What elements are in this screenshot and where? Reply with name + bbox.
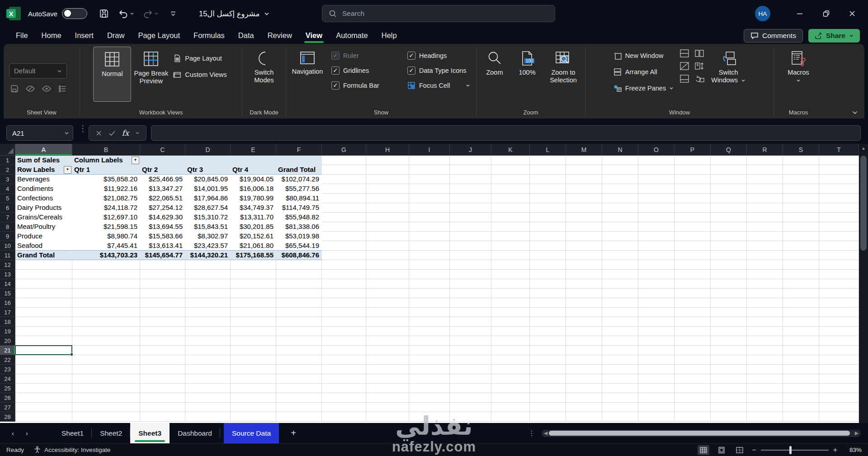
cell-R27[interactable]: [747, 403, 783, 412]
cell-H10[interactable]: [366, 241, 409, 251]
cell-O8[interactable]: [638, 222, 675, 232]
cell-T6[interactable]: [819, 203, 859, 213]
cell-B5[interactable]: $21,082.75: [72, 194, 140, 203]
cell-F12[interactable]: [276, 260, 322, 270]
cell-F25[interactable]: [276, 384, 322, 393]
row-header-18[interactable]: 18: [0, 317, 15, 327]
cell-D14[interactable]: [185, 279, 231, 289]
cell-F23[interactable]: [276, 365, 322, 374]
cell-Q4[interactable]: [711, 184, 747, 194]
cell-P7[interactable]: [675, 213, 711, 222]
row-header-1[interactable]: 1: [0, 156, 15, 165]
cell-L16[interactable]: [530, 298, 566, 308]
cell-H12[interactable]: [366, 260, 409, 270]
cell-P21[interactable]: [675, 346, 711, 355]
column-header-Q[interactable]: Q: [711, 144, 747, 156]
cell-P22[interactable]: [675, 355, 711, 365]
cell-K2[interactable]: [491, 165, 530, 175]
cell-D28[interactable]: [185, 412, 231, 422]
cell-D4[interactable]: $14,001.95: [185, 184, 231, 194]
cell-I9[interactable]: [409, 232, 450, 241]
synchronous-scrolling-icon[interactable]: [693, 61, 705, 71]
cell-H13[interactable]: [366, 270, 409, 279]
cell-Q14[interactable]: [711, 279, 747, 289]
cell-D12[interactable]: [185, 260, 231, 270]
scroll-up-arrow[interactable]: ▲: [859, 144, 868, 151]
cell-D7[interactable]: $15,310.72: [185, 213, 231, 222]
vertical-scrollbar[interactable]: ▲: [859, 144, 868, 423]
cell-C10[interactable]: $13,613.41: [140, 241, 185, 251]
row-header-11[interactable]: 11: [0, 251, 15, 260]
cell-F7[interactable]: $55,948.82: [276, 213, 322, 222]
cell-B2[interactable]: Qtr 1: [72, 165, 140, 175]
row-header-27[interactable]: 27: [0, 403, 15, 412]
cell-Q9[interactable]: [711, 232, 747, 241]
chevron-down-icon[interactable]: [135, 131, 140, 135]
cell-C20[interactable]: [140, 336, 185, 346]
cell-D25[interactable]: [185, 384, 231, 393]
cell-T28[interactable]: [819, 412, 859, 422]
cell-T20[interactable]: [819, 336, 859, 346]
row-header-13[interactable]: 13: [0, 270, 15, 279]
cell-E20[interactable]: [231, 336, 276, 346]
cell-L27[interactable]: [530, 403, 566, 412]
cell-L9[interactable]: [530, 232, 566, 241]
share-button[interactable]: Share: [808, 29, 860, 43]
cell-M11[interactable]: [566, 251, 602, 260]
cell-E15[interactable]: [231, 289, 276, 298]
cell-E2[interactable]: Qtr 4: [231, 165, 276, 175]
cell-P3[interactable]: [675, 175, 711, 184]
cell-I17[interactable]: [409, 308, 450, 317]
cell-K4[interactable]: [491, 184, 530, 194]
cell-A15[interactable]: [15, 289, 72, 298]
cell-R20[interactable]: [747, 336, 783, 346]
cell-E1[interactable]: [231, 156, 276, 165]
cell-M28[interactable]: [566, 412, 602, 422]
cell-L13[interactable]: [530, 270, 566, 279]
cell-Q19[interactable]: [711, 327, 747, 336]
cell-A24[interactable]: [15, 374, 72, 384]
cell-S5[interactable]: [783, 194, 819, 203]
zoom-percentage[interactable]: 83%: [844, 446, 862, 453]
cell-G5[interactable]: [322, 194, 366, 203]
cell-R25[interactable]: [747, 384, 783, 393]
restore-button[interactable]: [816, 0, 836, 27]
cell-J5[interactable]: [450, 194, 491, 203]
autosave-toggle[interactable]: [62, 8, 87, 19]
row-header-20[interactable]: 20: [0, 336, 15, 346]
cell-I18[interactable]: [409, 317, 450, 327]
cell-B14[interactable]: [72, 279, 140, 289]
cell-A23[interactable]: [15, 365, 72, 374]
cell-I3[interactable]: [409, 175, 450, 184]
cell-N26[interactable]: [602, 393, 638, 403]
cell-A16[interactable]: [15, 298, 72, 308]
cell-A14[interactable]: [15, 279, 72, 289]
cell-T7[interactable]: [819, 213, 859, 222]
cell-S25[interactable]: [783, 384, 819, 393]
filter-dropdown-icon[interactable]: ▼: [64, 166, 71, 174]
cell-G6[interactable]: [322, 203, 366, 213]
zoom-button[interactable]: Zoom: [479, 47, 510, 102]
tab-view[interactable]: View: [299, 27, 329, 44]
cell-K28[interactable]: [491, 412, 530, 422]
cell-R13[interactable]: [747, 270, 783, 279]
cell-Q28[interactable]: [711, 412, 747, 422]
cell-O25[interactable]: [638, 384, 675, 393]
cell-H28[interactable]: [366, 412, 409, 422]
cell-O4[interactable]: [638, 184, 675, 194]
row-header-4[interactable]: 4: [0, 184, 15, 194]
focus-cell-button[interactable]: Focus Cell: [407, 78, 474, 93]
cell-O21[interactable]: [638, 346, 675, 355]
cell-L14[interactable]: [530, 279, 566, 289]
cell-Q11[interactable]: [711, 251, 747, 260]
cell-B20[interactable]: [72, 336, 140, 346]
cell-H23[interactable]: [366, 365, 409, 374]
cell-J21[interactable]: [450, 346, 491, 355]
cell-F18[interactable]: [276, 317, 322, 327]
cell-C18[interactable]: [140, 317, 185, 327]
cell-P23[interactable]: [675, 365, 711, 374]
row-header-5[interactable]: 5: [0, 194, 15, 203]
page-layout-view-button[interactable]: Page Layout: [171, 50, 228, 66]
column-header-H[interactable]: H: [366, 144, 409, 156]
cell-B8[interactable]: $21,598.15: [72, 222, 140, 232]
